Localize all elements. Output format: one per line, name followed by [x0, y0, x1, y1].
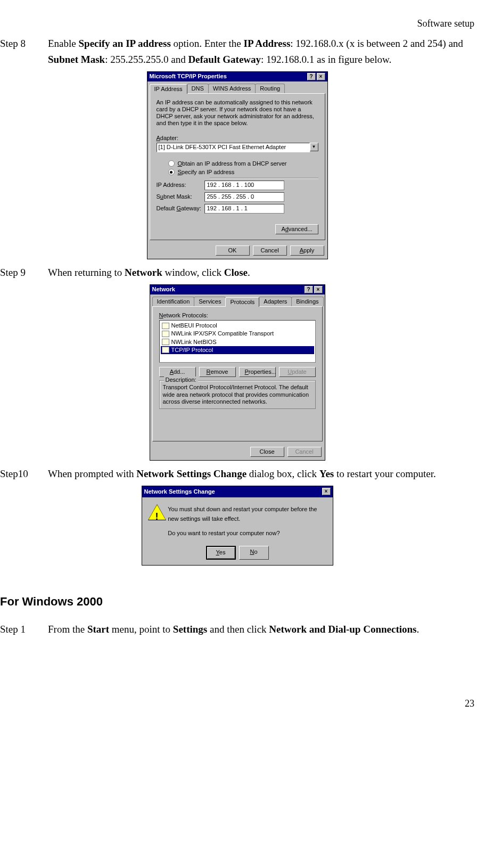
- text: Enable: [48, 38, 79, 49]
- radio-icon: [168, 160, 175, 167]
- ok-button[interactable]: OK: [216, 245, 250, 256]
- step9-body: When returning to Network window, click …: [48, 265, 474, 281]
- text: .: [248, 267, 250, 278]
- tabs: IP Address DNS WINS Address Routing: [147, 81, 327, 93]
- ip-input[interactable]: 192 . 168 . 1 . 100: [204, 181, 284, 190]
- tab-protocols[interactable]: Protocols: [225, 297, 259, 307]
- tab-ip-address[interactable]: IP Address: [150, 84, 187, 94]
- chevron-down-icon[interactable]: ▼: [310, 143, 318, 151]
- tab-identification[interactable]: Identification: [152, 297, 195, 306]
- step9-label: Step 9: [0, 265, 48, 281]
- dialog-title: Network Settings Change: [144, 487, 215, 497]
- radio-label: Specify an IP address: [178, 169, 235, 176]
- tab-bindings[interactable]: Bindings: [291, 297, 323, 306]
- item-label: NWLink IPX/SPX Compatible Transport: [171, 330, 274, 337]
- add-button[interactable]: Add...: [159, 367, 196, 377]
- protocol-icon: [162, 339, 169, 345]
- help-button[interactable]: ?: [305, 286, 313, 293]
- text: .: [416, 624, 419, 635]
- adapter-select[interactable]: [1] D-Link DFE-530TX PCI Fast Ethernet A…: [157, 143, 310, 152]
- remove-button[interactable]: Remove: [199, 367, 236, 377]
- titlebar: Network Settings Change ×: [142, 486, 333, 498]
- adapter-label: Adapter:: [157, 135, 318, 142]
- text: Settings: [173, 624, 207, 635]
- text: When prompted with: [48, 468, 136, 479]
- step8-label: Step 8: [0, 36, 48, 68]
- text: Default Gateway: [188, 54, 261, 65]
- help-button[interactable]: ?: [307, 73, 316, 80]
- tab-routing[interactable]: Routing: [255, 84, 285, 93]
- list-item[interactable]: NWLink IPX/SPX Compatible Transport: [161, 330, 314, 338]
- step9-row: Step 9 When returning to Network window,…: [0, 265, 474, 281]
- close-button[interactable]: Close: [250, 447, 284, 457]
- step1-row: Step 1 From the Start menu, point to Set…: [0, 621, 474, 637]
- gateway-label: Default Gateway:: [157, 205, 204, 212]
- info-text: An IP address can be automatically assig…: [157, 99, 318, 127]
- cancel-button[interactable]: Cancel: [253, 245, 287, 256]
- close-icon[interactable]: ×: [322, 488, 331, 495]
- text: window, click: [162, 267, 224, 278]
- list-item[interactable]: TCP/IP Protocol: [161, 346, 314, 354]
- yes-button[interactable]: Yes: [206, 546, 236, 560]
- text: Network and Dial-up Connections: [269, 624, 416, 635]
- tab-pane: An IP address can be automatically assig…: [150, 93, 325, 241]
- subnet-input[interactable]: 255 . 255 . 255 . 0: [204, 192, 284, 202]
- text: option. Enter the: [171, 38, 244, 49]
- text: menu, point to: [109, 624, 173, 635]
- list-label: Network Protocols:: [159, 312, 316, 319]
- warning-icon: !: [149, 505, 161, 520]
- tab-services[interactable]: Services: [194, 297, 226, 306]
- protocol-icon: [162, 347, 169, 353]
- tab-wins[interactable]: WINS Address: [208, 84, 256, 93]
- text: and then click: [207, 624, 269, 635]
- text: : 192.168.0.x (x is between 2 and 254) a…: [290, 38, 463, 49]
- list-item[interactable]: NWLink NetBIOS: [161, 338, 314, 346]
- description-label: Description:: [164, 376, 198, 383]
- page-number: 23: [0, 696, 474, 711]
- item-label: TCP/IP Protocol: [171, 347, 213, 354]
- radio-icon: [168, 169, 175, 175]
- dialog-buttons: Close Cancel: [150, 444, 325, 460]
- close-icon[interactable]: ×: [317, 73, 325, 80]
- dialog-title: Network: [152, 286, 175, 293]
- dialog-title: Microsoft TCP/IP Properties: [150, 73, 227, 80]
- text: Subnet Mask: [48, 54, 105, 65]
- step1-body: From the Start menu, point to Settings a…: [48, 621, 474, 637]
- text: IP Address: [244, 38, 291, 49]
- description-group: Description: Transport Control Protocol/…: [159, 380, 316, 409]
- titlebar: Network ? ×: [150, 285, 325, 294]
- tab-adapters[interactable]: Adapters: [259, 297, 292, 306]
- text: to restart your computer.: [334, 468, 436, 479]
- step1-label: Step 1: [0, 621, 48, 637]
- tab-dns[interactable]: DNS: [187, 84, 209, 93]
- item-label: NetBEUI Protocol: [171, 322, 217, 329]
- text: Network Settings Change: [136, 468, 247, 479]
- properties-button[interactable]: Properties...: [239, 367, 276, 377]
- protocol-icon: [162, 331, 169, 337]
- page-header: Software setup: [0, 16, 474, 31]
- gateway-input[interactable]: 192 . 168 . 1 . 1: [204, 204, 284, 214]
- radio-specify[interactable]: Specify an IP address: [168, 169, 318, 176]
- text: From the: [48, 624, 87, 635]
- list-item[interactable]: NetBEUI Protocol: [161, 322, 314, 330]
- step10-label: Step10: [0, 466, 48, 482]
- titlebar: Microsoft TCP/IP Properties ? ×: [147, 72, 327, 81]
- tcpip-dialog: Microsoft TCP/IP Properties ? × IP Addre…: [147, 71, 328, 260]
- item-label: NWLink NetBIOS: [171, 339, 217, 346]
- subnet-label: Subnet Mask:: [157, 193, 204, 200]
- no-button[interactable]: No: [239, 546, 269, 560]
- text: Start: [87, 624, 109, 635]
- msg-line2: Do you want to restart your computer now…: [168, 529, 326, 538]
- dialog-buttons: OK Cancel Apply: [147, 242, 327, 259]
- msg-text: You must shut down and restart your comp…: [168, 505, 326, 538]
- radio-dhcp[interactable]: Obtain an IP address from a DHCP server: [168, 160, 318, 167]
- apply-button[interactable]: Apply: [290, 245, 324, 256]
- step8-body: Enable Specify an IP address option. Ent…: [48, 36, 474, 68]
- text: Yes: [319, 468, 334, 479]
- tabs: Identification Services Protocols Adapte…: [150, 294, 325, 306]
- close-icon[interactable]: ×: [314, 286, 323, 293]
- protocol-list[interactable]: NetBEUI Protocol NWLink IPX/SPX Compatib…: [159, 320, 316, 363]
- text: dialog box, click: [247, 468, 319, 479]
- text: When returning to: [48, 267, 125, 278]
- advanced-button[interactable]: Advanced...: [275, 224, 318, 234]
